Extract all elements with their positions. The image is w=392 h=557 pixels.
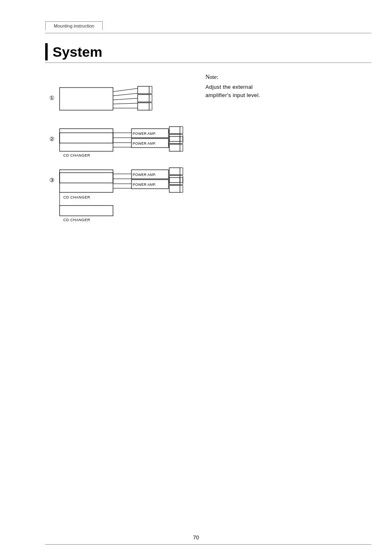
svg-line-2: [113, 93, 138, 96]
svg-rect-64: [169, 178, 180, 185]
svg-rect-62: [169, 168, 180, 175]
svg-rect-63: [169, 176, 180, 183]
header-line: [45, 33, 371, 33]
svg-text:CD CHANGER: CD CHANGER: [63, 153, 90, 157]
svg-line-1: [113, 88, 138, 92]
svg-rect-7: [138, 95, 149, 102]
svg-text:POWER AMP.: POWER AMP.: [133, 173, 156, 177]
system-diagrams: ① ② CD CHANGER POWER AMP. POWER AMP.: [45, 72, 242, 236]
svg-line-4: [113, 103, 138, 104]
svg-rect-50: [60, 206, 113, 216]
page-border-bottom: [45, 544, 371, 545]
title-underline: [45, 62, 371, 63]
diagram2-number: ②: [49, 136, 55, 142]
diagram3-number: ③: [49, 177, 55, 183]
page-number: 70: [193, 534, 199, 541]
svg-text:POWER AMP.: POWER AMP.: [133, 183, 156, 187]
svg-text:CD CHANGER: CD CHANGER: [63, 195, 90, 199]
svg-rect-47: [60, 170, 113, 192]
page-title: System: [45, 43, 102, 60]
header-tab: Mounting instruction: [45, 21, 103, 30]
svg-rect-30: [169, 134, 180, 141]
svg-rect-32: [169, 144, 180, 151]
svg-text:POWER AMP.: POWER AMP.: [133, 132, 156, 136]
svg-rect-31: [169, 136, 180, 143]
svg-rect-65: [169, 185, 180, 192]
svg-rect-6: [138, 86, 149, 94]
svg-rect-0: [60, 88, 113, 110]
svg-rect-29: [169, 127, 180, 134]
svg-line-3: [113, 98, 138, 100]
svg-rect-8: [138, 103, 149, 110]
diagram1-number: ①: [49, 95, 55, 101]
title-bar-accent: [45, 43, 48, 60]
svg-text:CD CHANGER: CD CHANGER: [63, 218, 90, 222]
svg-rect-20: [60, 133, 113, 143]
svg-rect-18: [60, 129, 113, 151]
svg-text:POWER AMP.: POWER AMP.: [133, 141, 156, 146]
svg-rect-49: [60, 173, 113, 183]
title-text: System: [53, 44, 102, 60]
